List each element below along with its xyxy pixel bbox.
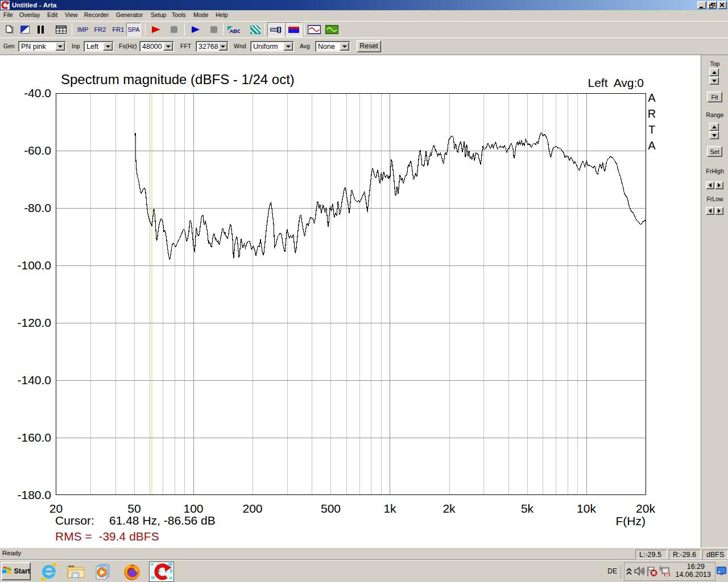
down-arrow-icon (342, 45, 347, 48)
show-desktop-icon[interactable] (717, 567, 726, 576)
side-control-panel: Top Fit Range Set FrHigh FrLow (701, 55, 728, 548)
signal-generator-button[interactable] (307, 23, 321, 36)
file-explorer-icon[interactable] (67, 563, 85, 581)
menu-edit[interactable]: Edit (47, 11, 57, 18)
reset-button[interactable]: Reset (357, 40, 381, 52)
set-button[interactable]: Set (707, 146, 722, 157)
frlow-left-button[interactable] (706, 207, 714, 215)
stop-gray-icon (171, 26, 177, 33)
network-error-icon[interactable] (659, 566, 671, 577)
down-arrow-icon (221, 45, 225, 48)
inp-combo-arrow-icon[interactable] (103, 42, 113, 51)
down-arrow-icon (166, 45, 171, 48)
fft-combo-arrow-icon[interactable] (218, 42, 228, 51)
firefox-icon[interactable] (123, 563, 141, 581)
frhigh-left-button[interactable] (706, 181, 714, 189)
menu-file[interactable]: File (3, 11, 13, 18)
avg-combo-arrow-icon[interactable] (340, 42, 349, 51)
fft-combo[interactable]: 32768 (196, 41, 229, 52)
svg-text:ABC: ABC (230, 28, 241, 34)
chart-client-area: -40.0-60.0-80.0-100.0-120.0-140.0-160.0-… (0, 55, 728, 547)
mode-fr1-button[interactable]: FR1 (110, 23, 126, 36)
wnd-combo[interactable]: Uniform (250, 41, 294, 52)
arta-app-icon (1, 1, 10, 10)
overlay-color-button[interactable] (18, 23, 32, 36)
menu-overlay[interactable]: Overlay (19, 11, 40, 18)
overlay-pattern-button[interactable] (248, 23, 262, 36)
flashlight-icon (270, 26, 282, 34)
pause-bars-button[interactable] (33, 23, 47, 36)
mode-imp-button[interactable]: IMP (76, 23, 90, 36)
gen-label: Gen (3, 43, 15, 49)
fs-combo-arrow-icon[interactable] (163, 42, 173, 51)
fit-button[interactable]: Fit (707, 92, 722, 102)
frhigh-right-button[interactable] (715, 181, 723, 189)
gen-combo-arrow-icon[interactable] (55, 42, 65, 51)
menu-help[interactable]: Help (216, 11, 228, 18)
left-arrow-icon (709, 209, 712, 213)
sine-red-icon (308, 25, 321, 34)
inp-value: Left (84, 43, 103, 51)
x-tick-label: 500 (321, 502, 341, 515)
gen-combo[interactable]: PN pink (18, 41, 66, 52)
menu-setup[interactable]: Setup (151, 11, 166, 18)
generator-setup-button[interactable] (325, 23, 339, 36)
inp-combo[interactable]: Left (84, 41, 114, 52)
language-indicator[interactable]: DE (607, 567, 617, 575)
top-up-button[interactable] (709, 68, 719, 76)
menu-generator[interactable]: Generator (116, 11, 143, 18)
menu-mode[interactable]: Mode (193, 11, 208, 18)
menu-recorder[interactable]: Recorder (84, 11, 109, 18)
down-arrow-icon (712, 80, 717, 82)
close-icon (720, 3, 725, 7)
minimize-button[interactable] (697, 1, 706, 9)
down-arrow-icon (106, 45, 110, 48)
arta-watermark: A (648, 92, 656, 104)
mode-fr2-button[interactable]: FR2 (92, 23, 108, 36)
cursor-readout-label: Cursor: (55, 514, 94, 527)
y-tick-label: -60.0 (24, 144, 51, 157)
frlow-right-button[interactable] (715, 207, 723, 215)
toolbar-separator (264, 23, 265, 36)
internet-explorer-icon[interactable] (40, 563, 58, 581)
label-abc-button[interactable]: ABC (226, 23, 241, 36)
y-tick-label: -140.0 (17, 373, 51, 386)
diagonal-overlay-icon (250, 26, 260, 34)
new-document-button[interactable] (3, 23, 17, 36)
fs-value: 48000 (140, 43, 163, 51)
start-button[interactable]: Start (1, 562, 31, 580)
menu-tools[interactable]: Tools (172, 11, 186, 18)
volume-icon[interactable] (634, 566, 645, 576)
spectrum-chart[interactable]: -40.0-60.0-80.0-100.0-120.0-140.0-160.0-… (0, 55, 701, 548)
top-down-button[interactable] (709, 77, 719, 85)
x-tick-label: 1k (383, 502, 396, 515)
play-button[interactable] (188, 23, 202, 36)
main-toolbar: IMP FR2 FR1 SPA ABC (0, 21, 728, 38)
play-stop-button[interactable] (206, 23, 221, 36)
record-stop-button[interactable] (167, 23, 181, 36)
x-tick-label: 100 (183, 502, 203, 515)
close-button[interactable] (718, 1, 727, 9)
avg-combo[interactable]: None (315, 41, 350, 52)
spectrum-analyzer-button[interactable] (285, 22, 302, 37)
range-down-button[interactable] (709, 131, 719, 139)
flag-error-icon[interactable] (646, 566, 657, 577)
y-tick-label: -100.0 (17, 259, 51, 272)
fs-combo[interactable]: 48000 (139, 41, 174, 52)
record-button[interactable] (149, 23, 163, 36)
menu-view[interactable]: View (65, 11, 78, 18)
wnd-combo-arrow-icon[interactable] (283, 42, 293, 51)
range-up-button[interactable] (709, 123, 719, 131)
chevron-up-icon[interactable] (626, 567, 632, 576)
top-label: Top (701, 60, 728, 67)
table-view-button[interactable] (54, 23, 68, 36)
avg-label: Avg (300, 43, 310, 49)
arta-watermark: T (648, 123, 655, 136)
y-tick-label: -40.0 (24, 86, 51, 99)
restore-button[interactable] (708, 1, 717, 9)
arta-task-button[interactable] (149, 562, 174, 582)
microphone-button[interactable] (267, 22, 284, 37)
mode-spa-button[interactable]: SPA (126, 23, 141, 36)
media-player-icon[interactable] (94, 563, 113, 581)
cursor-readout-value: 61.48 Hz, -86.56 dB (109, 514, 216, 527)
